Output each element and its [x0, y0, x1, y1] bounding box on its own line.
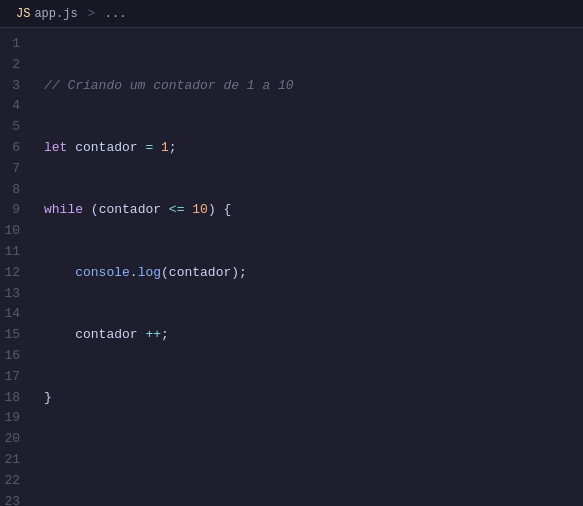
code-line-4: console.log(contador);	[44, 263, 583, 284]
ln-5: 5	[0, 117, 26, 138]
code-area: 1 2 3 4 5 6 7 8 9 10 11 12 13 14 15 16 1…	[0, 28, 583, 506]
tab-bar: JS app.js > ...	[0, 0, 583, 28]
code-line-3: while (contador <= 10) {	[44, 200, 583, 221]
ln-16: 16	[0, 346, 26, 367]
ln-4: 4	[0, 96, 26, 117]
ln-11: 11	[0, 242, 26, 263]
ln-3: 3	[0, 76, 26, 97]
line-numbers: 1 2 3 4 5 6 7 8 9 10 11 12 13 14 15 16 1…	[0, 28, 36, 506]
ln-14: 14	[0, 304, 26, 325]
ln-23: 23	[0, 492, 26, 506]
ln-8: 8	[0, 180, 26, 201]
code-line-2: let contador = 1;	[44, 138, 583, 159]
ln-19: 19	[0, 408, 26, 429]
ln-6: 6	[0, 138, 26, 159]
ln-1: 1	[0, 34, 26, 55]
ln-21: 21	[0, 450, 26, 471]
ln-7: 7	[0, 159, 26, 180]
code-line-7	[44, 450, 583, 471]
breadcrumb-separator: >	[88, 7, 95, 21]
tab-item[interactable]: JS app.js	[8, 7, 86, 21]
ln-17: 17	[0, 367, 26, 388]
breadcrumb-ellipsis: ...	[97, 7, 135, 21]
ln-15: 15	[0, 325, 26, 346]
ln-18: 18	[0, 388, 26, 409]
code-line-1: // Criando um contador de 1 a 10	[44, 76, 583, 97]
ln-22: 22	[0, 471, 26, 492]
ln-9: 9	[0, 200, 26, 221]
js-file-icon: JS	[16, 7, 30, 21]
ln-12: 12	[0, 263, 26, 284]
ln-13: 13	[0, 284, 26, 305]
ln-2: 2	[0, 55, 26, 76]
ln-10: 10	[0, 221, 26, 242]
code-line-6: }	[44, 388, 583, 409]
tab-filename: app.js	[34, 7, 77, 21]
ln-20: 20	[0, 429, 26, 450]
code-line-5: contador ++;	[44, 325, 583, 346]
code-content: // Criando um contador de 1 a 10 let con…	[36, 28, 583, 506]
